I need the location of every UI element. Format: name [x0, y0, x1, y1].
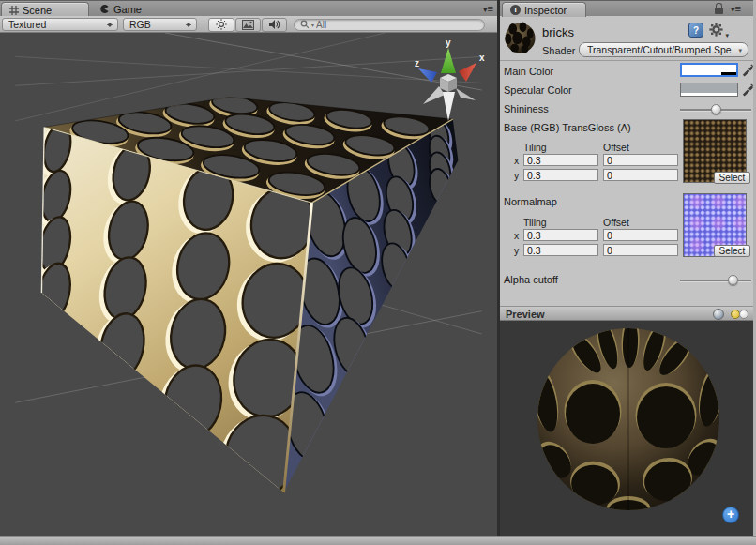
- inspector-pane-menu[interactable]: ▾≡: [731, 3, 741, 15]
- lock-icon[interactable]: [715, 8, 723, 14]
- search-filter-caret[interactable]: ▾: [311, 22, 314, 28]
- inspector-panel: i Inspector ▾≡ bricks Shader Tran: [500, 0, 753, 536]
- specular-color-label: Specular Color: [504, 84, 572, 96]
- scene-panel: Scene Game ▾≡ Textured RGB: [0, 0, 497, 536]
- base-offset-x-input[interactable]: [603, 154, 678, 166]
- help-button[interactable]: ?: [688, 23, 703, 38]
- slider-track[interactable]: [680, 280, 751, 282]
- light-off-icon: [739, 310, 748, 319]
- scene-pane-menu[interactable]: ▾≡: [483, 3, 493, 15]
- color-mode-value: RGB: [129, 19, 151, 30]
- main-color-label: Main Color: [504, 66, 553, 77]
- alpha-cutoff-slider[interactable]: [680, 274, 751, 287]
- normal-offset-x-input[interactable]: [603, 229, 678, 241]
- x-axis-label: x: [514, 230, 519, 241]
- normal-map-label: Normalmap: [504, 196, 557, 207]
- search-input[interactable]: [316, 20, 457, 30]
- normal-texture-select-button[interactable]: Select: [714, 245, 750, 257]
- offset-header: Offset: [603, 217, 629, 228]
- slider-thumb[interactable]: [728, 275, 738, 285]
- color-mode-dropdown[interactable]: RGB: [123, 18, 197, 31]
- tab-game[interactable]: Game: [94, 1, 147, 17]
- draw-mode-dropdown[interactable]: Textured: [2, 18, 118, 31]
- preview-sphere-render: [500, 321, 753, 536]
- gizmo-y-axis[interactable]: [441, 48, 456, 73]
- alpha-bar: [681, 93, 737, 96]
- base-tiling-x-input[interactable]: [523, 154, 598, 166]
- shininess-slider[interactable]: [680, 103, 751, 116]
- gizmo-z-label: z: [415, 58, 419, 68]
- gizmo-z-axis[interactable]: [418, 68, 437, 83]
- settings-gear-button[interactable]: ▾: [709, 23, 728, 38]
- image-icon: [242, 20, 254, 30]
- material-name: bricks: [542, 25, 574, 39]
- material-ball-thumbnail[interactable]: [504, 22, 537, 54]
- preview-title: Preview: [506, 309, 545, 320]
- draw-mode-value: Textured: [8, 19, 46, 30]
- add-button[interactable]: +: [722, 507, 739, 523]
- scene-search-field[interactable]: ▾: [294, 19, 485, 31]
- y-axis-label: y: [514, 170, 519, 181]
- scene-viewport[interactable]: y x z: [0, 33, 497, 536]
- alpha-bar: [682, 72, 736, 75]
- shader-value: Transparent/Cutout/Bumped Spe: [587, 44, 732, 55]
- preview-header[interactable]: Preview: [500, 306, 753, 321]
- info-icon: i: [510, 5, 521, 15]
- speaker-icon: [268, 19, 280, 30]
- grid-icon: [9, 6, 19, 15]
- slider-thumb[interactable]: [711, 104, 721, 114]
- orientation-gizmo[interactable]: y x z: [413, 38, 488, 124]
- tab-game-label: Game: [113, 4, 142, 15]
- offset-header: Offset: [603, 142, 629, 153]
- pacman-icon: [99, 4, 110, 14]
- tab-scene-label: Scene: [23, 5, 52, 16]
- gizmo-center-cube[interactable]: [440, 74, 457, 92]
- scene-tabbar: Scene Game ▾≡: [0, 0, 497, 16]
- tab-inspector-label: Inspector: [524, 5, 567, 16]
- updown-arrows-icon: [186, 21, 192, 29]
- audio-toggle-button[interactable]: [262, 18, 287, 32]
- tab-scene[interactable]: Scene: [1, 2, 89, 17]
- x-axis-label: x: [514, 155, 519, 166]
- normal-tiling-y-input[interactable]: [523, 244, 598, 256]
- base-tiling-y-input[interactable]: [523, 169, 598, 181]
- unity-editor-window: { "scene_panel": { "tabs": { "scene": "S…: [0, 0, 756, 545]
- inspector-tabbar: i Inspector ▾≡: [500, 0, 753, 16]
- normal-tiling-x-input[interactable]: [523, 229, 598, 241]
- gizmo-x-axis[interactable]: [459, 63, 476, 82]
- shader-dropdown[interactable]: Transparent/Cutout/Bumped Spe ▾: [579, 42, 748, 57]
- preview-lighting-button[interactable]: [731, 309, 750, 320]
- normal-offset-y-input[interactable]: [603, 244, 678, 256]
- material-header: bricks Shader Transparent/Cutout/Bumped …: [500, 16, 753, 61]
- lighting-toggle-button[interactable]: [208, 18, 234, 32]
- shininess-label: Shininess: [504, 103, 549, 114]
- gizmo-y-label: y: [446, 38, 451, 48]
- specular-color-swatch[interactable]: [680, 83, 738, 97]
- window-statusbar: [0, 536, 756, 545]
- y-axis-label: y: [514, 245, 519, 256]
- gear-icon: [709, 23, 723, 37]
- shader-label: Shader: [542, 45, 575, 56]
- search-icon: [300, 20, 310, 29]
- tiling-header: Tiling: [523, 217, 547, 228]
- base-texture-select-button[interactable]: Select: [714, 172, 750, 184]
- preview-viewport[interactable]: +: [500, 321, 753, 536]
- base-offset-y-input[interactable]: [603, 169, 678, 181]
- gizmo-x-label: x: [479, 53, 485, 63]
- scene-toolbar: Textured RGB: [0, 16, 497, 33]
- base-map-label: Base (RGB) TransGloss (A): [504, 122, 631, 133]
- sun-icon: [216, 19, 227, 30]
- alpha-cutoff-label: Alpha cutoff: [504, 274, 558, 285]
- chevron-down-icon: ▾: [725, 32, 729, 39]
- tiling-header: Tiling: [523, 142, 547, 153]
- preview-shape-button[interactable]: [713, 309, 724, 320]
- tab-inspector[interactable]: i Inspector: [502, 2, 586, 17]
- main-color-swatch[interactable]: [680, 63, 738, 77]
- chevron-down-icon: ▾: [738, 47, 742, 54]
- skybox-fx-button[interactable]: [235, 18, 261, 32]
- updown-arrows-icon: [107, 21, 113, 29]
